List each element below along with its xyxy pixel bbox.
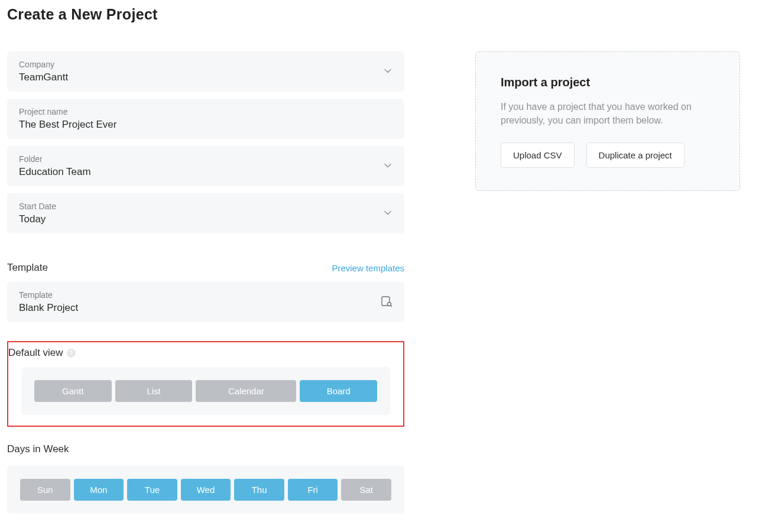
chevron-down-icon	[383, 208, 393, 219]
template-field[interactable]: Template Blank Project	[7, 282, 404, 322]
import-title: Import a project	[501, 76, 715, 89]
page-title: Create a New Project	[7, 6, 752, 23]
day-option-sat[interactable]: Sat	[341, 479, 391, 501]
template-section-header: Template Preview templates	[7, 262, 404, 274]
day-option-fri[interactable]: Fri	[288, 479, 338, 501]
template-label: Template	[19, 290, 393, 300]
day-option-tue[interactable]: Tue	[127, 479, 177, 501]
days-in-week-section: Days in Week SunMonTueWedThuFriSat	[7, 443, 404, 514]
days-in-week-label: Days in Week	[7, 443, 404, 455]
start-date-value: Today	[19, 213, 393, 225]
default-view-segmented: GanttListCalendarBoard	[34, 380, 377, 402]
company-value: TeamGantt	[19, 72, 393, 83]
company-label: Company	[19, 60, 393, 69]
import-description: If you have a project that you have work…	[501, 100, 715, 127]
upload-csv-button[interactable]: Upload CSV	[501, 142, 575, 168]
day-option-mon[interactable]: Mon	[74, 479, 124, 501]
import-box: Import a project If you have a project t…	[475, 51, 740, 191]
start-date-field[interactable]: Start Date Today	[7, 193, 404, 233]
template-search-icon	[381, 296, 393, 309]
day-option-thu[interactable]: Thu	[234, 479, 284, 501]
default-view-label: Default view	[8, 347, 63, 359]
default-view-highlight: Default view ? GanttListCalendarBoard	[7, 341, 404, 427]
import-column: Import a project If you have a project t…	[475, 51, 740, 191]
project-name-label: Project name	[19, 107, 393, 116]
chevron-down-icon	[383, 161, 393, 172]
folder-value: Education Team	[19, 166, 393, 178]
svg-line-2	[391, 306, 392, 307]
folder-label: Folder	[19, 154, 393, 164]
day-option-sun[interactable]: Sun	[20, 479, 70, 501]
days-segmented: SunMonTueWedThuFriSat	[20, 479, 391, 501]
company-field[interactable]: Company TeamGantt	[7, 51, 404, 92]
view-option-calendar[interactable]: Calendar	[196, 380, 296, 402]
view-option-gantt[interactable]: Gantt	[34, 380, 112, 402]
duplicate-project-button[interactable]: Duplicate a project	[586, 142, 685, 168]
template-heading: Template	[7, 262, 48, 274]
view-option-list[interactable]: List	[115, 380, 193, 402]
day-option-wed[interactable]: Wed	[181, 479, 231, 501]
folder-field[interactable]: Folder Education Team	[7, 146, 404, 186]
chevron-down-icon	[383, 66, 393, 77]
project-name-value: The Best Project Ever	[19, 119, 393, 131]
view-option-board[interactable]: Board	[300, 380, 377, 402]
form-column: Company TeamGantt Project name The Best …	[7, 51, 404, 514]
start-date-label: Start Date	[19, 202, 393, 211]
help-icon[interactable]: ?	[67, 349, 76, 358]
project-name-field[interactable]: Project name The Best Project Ever	[7, 99, 404, 139]
template-value: Blank Project	[19, 302, 393, 314]
preview-templates-link[interactable]: Preview templates	[332, 263, 404, 273]
